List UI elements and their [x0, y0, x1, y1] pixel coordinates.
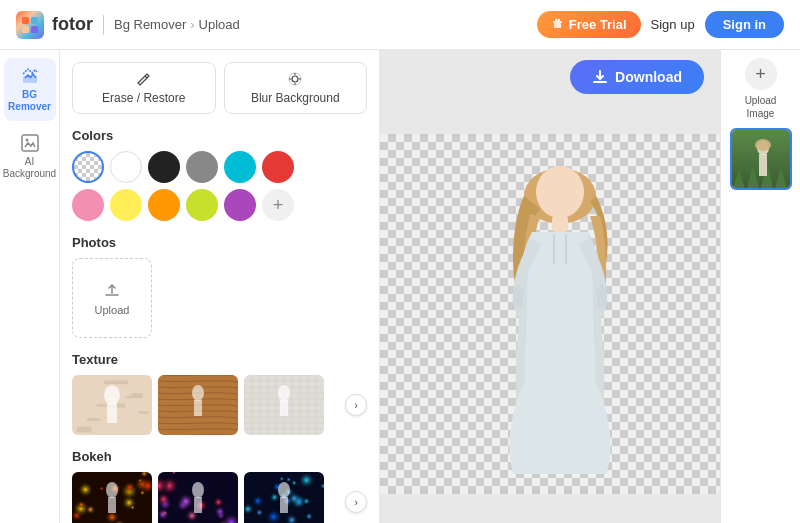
bokeh-thumb-2[interactable] — [158, 472, 238, 523]
color-pink[interactable] — [72, 189, 104, 221]
thumbnail-item[interactable] — [730, 128, 792, 190]
bokeh-label: Bokeh — [72, 449, 367, 464]
blur-icon — [287, 71, 303, 87]
texture-thumb-3[interactable] — [244, 375, 324, 435]
texture-thumb-grid — [72, 375, 339, 435]
options-panel: Erase / Restore Blur Background Colors — [60, 50, 380, 523]
texture-thumb-row: › — [72, 375, 367, 435]
blur-background-label: Blur Background — [251, 91, 340, 105]
top-tools: Erase / Restore Blur Background — [72, 62, 367, 114]
color-lime[interactable] — [186, 189, 218, 221]
photo-upload-box[interactable]: Upload — [72, 258, 152, 338]
upload-image-label: UploadImage — [745, 94, 777, 120]
color-black[interactable] — [148, 151, 180, 183]
header: fotor Bg Remover › Upload Free Trial Sig… — [0, 0, 800, 50]
color-yellow[interactable] — [110, 189, 142, 221]
texture-thumb-2[interactable] — [158, 375, 238, 435]
svg-rect-5 — [554, 23, 561, 28]
erase-restore-label: Erase / Restore — [102, 91, 185, 105]
color-cyan[interactable] — [224, 151, 256, 183]
color-red[interactable] — [262, 151, 294, 183]
bokeh-thumb-3[interactable] — [244, 472, 324, 523]
texture-thumb-1[interactable] — [72, 375, 152, 435]
signup-button[interactable]: Sign up — [651, 17, 695, 32]
upload-icon — [102, 280, 122, 300]
canvas-toolbar: Download — [380, 50, 720, 104]
checker-canvas — [380, 134, 720, 494]
breadcrumb-page: Upload — [199, 17, 240, 32]
bokeh-section: Bokeh › — [72, 449, 367, 523]
right-panel: + UploadImage — [720, 50, 800, 523]
texture-section: Texture › — [72, 352, 367, 435]
color-row-1 — [72, 151, 367, 183]
ai-background-label: AIBackground — [3, 156, 56, 180]
svg-rect-3 — [31, 26, 38, 33]
upload-label: Upload — [95, 304, 130, 316]
canvas-area: Download — [380, 50, 720, 523]
free-trial-label: Free Trial — [569, 17, 627, 32]
signin-button[interactable]: Sign in — [705, 11, 784, 38]
svg-rect-13 — [552, 216, 568, 232]
logo-area: fotor — [16, 11, 93, 39]
sidebar-item-ai-background[interactable]: AIBackground — [4, 125, 56, 188]
fotor-logo-icon — [16, 11, 44, 39]
bokeh-thumb-grid — [72, 472, 339, 523]
svg-rect-4 — [553, 21, 562, 23]
color-plus-button[interactable]: + — [262, 189, 294, 221]
plus-icon: + — [745, 58, 777, 90]
color-transparent[interactable] — [72, 151, 104, 183]
svg-rect-1 — [31, 17, 38, 24]
gift-icon — [551, 18, 564, 31]
bokeh-next-button[interactable]: › — [345, 491, 367, 513]
erase-restore-button[interactable]: Erase / Restore — [72, 62, 216, 114]
color-orange[interactable] — [148, 189, 180, 221]
download-label: Download — [615, 69, 682, 85]
texture-next-button[interactable]: › — [345, 394, 367, 416]
color-white[interactable] — [110, 151, 142, 183]
download-button[interactable]: Download — [570, 60, 704, 94]
upload-image-button[interactable]: + UploadImage — [745, 58, 777, 120]
svg-point-8 — [25, 139, 28, 142]
colors-section: Colors + — [72, 128, 367, 221]
color-gray[interactable] — [186, 151, 218, 183]
svg-rect-2 — [22, 26, 29, 33]
svg-point-9 — [292, 76, 298, 82]
photos-section: Photos Upload — [72, 235, 367, 338]
sidebar-item-bg-remover[interactable]: BGRemover — [4, 58, 56, 121]
header-divider — [103, 15, 104, 35]
app-name: Bg Remover — [114, 17, 186, 32]
photos-label: Photos — [72, 235, 367, 250]
texture-label: Texture — [72, 352, 367, 367]
svg-rect-7 — [22, 135, 38, 151]
main-layout: BGRemover AIBackground Erase / Restore — [0, 50, 800, 523]
header-right: Free Trial Sign up Sign in — [537, 11, 784, 38]
svg-rect-0 — [22, 17, 29, 24]
color-purple[interactable] — [224, 189, 256, 221]
color-row-2: + — [72, 189, 367, 221]
svg-point-12 — [536, 166, 584, 218]
logo-text: fotor — [52, 14, 93, 35]
bg-remover-icon — [20, 66, 40, 86]
free-trial-button[interactable]: Free Trial — [537, 11, 641, 38]
canvas-content — [380, 104, 720, 523]
download-icon — [592, 69, 608, 85]
pencil-icon — [136, 71, 152, 87]
tool-sidebar: BGRemover AIBackground — [0, 50, 60, 523]
colors-label: Colors — [72, 128, 367, 143]
bokeh-thumb-1[interactable] — [72, 472, 152, 523]
ai-background-icon — [20, 133, 40, 153]
blur-background-button[interactable]: Blur Background — [224, 62, 368, 114]
breadcrumb: Bg Remover › Upload — [114, 17, 240, 32]
woman-figure — [460, 154, 660, 494]
bg-remover-label: BGRemover — [8, 89, 51, 113]
bokeh-thumb-row: › — [72, 472, 367, 523]
breadcrumb-sep: › — [190, 17, 194, 32]
